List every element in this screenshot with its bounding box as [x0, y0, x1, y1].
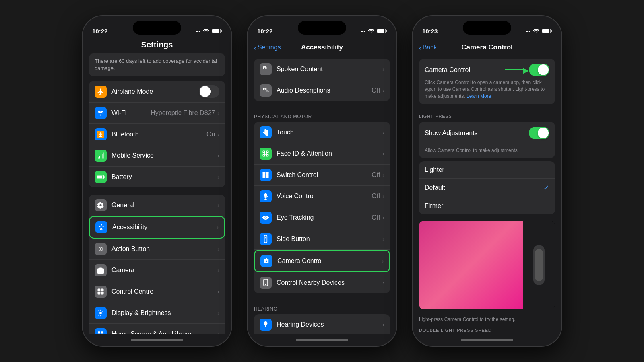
phone-2: 10:22 ••• ‹ Settings Accessibility — [248, 16, 396, 346]
preview-pink-panel — [419, 221, 523, 309]
side-button-chevron: › — [382, 236, 384, 242]
back-button-2[interactable]: ‹ Settings — [254, 43, 281, 52]
back-label-2: Settings — [258, 44, 281, 51]
svg-rect-46 — [263, 151, 265, 153]
option-firmer[interactable]: Firmer — [419, 197, 555, 214]
scroll-content-2[interactable]: Spoken Content › AD Audio Descriptions O… — [248, 59, 396, 334]
settings-item-faceid[interactable]: Face ID & Attention › — [254, 143, 390, 165]
settings-item-action-button[interactable]: Action Button › — [89, 239, 225, 260]
group-physical-motor: Touch › Face ID & Attention › Switch — [254, 122, 390, 293]
settings-item-switch-control[interactable]: Switch Control Off › — [254, 165, 390, 186]
svg-point-50 — [264, 153, 265, 154]
touch-chevron: › — [382, 129, 384, 136]
camera-control-chevron: › — [382, 258, 384, 264]
airplane-toggle[interactable] — [199, 85, 219, 98]
camera-control-toggle-label: Camera Control — [425, 66, 505, 74]
dots-icon: ••• — [195, 29, 200, 35]
settings-item-voice-control[interactable]: Voice Control Off › — [254, 186, 390, 207]
settings-item-bluetooth[interactable]: ⏫ Bluetooth On › — [89, 124, 225, 145]
svg-point-60 — [265, 217, 266, 218]
svg-rect-22 — [98, 332, 100, 334]
svg-rect-18 — [101, 289, 104, 292]
svg-point-63 — [266, 261, 268, 263]
back-button-3[interactable]: ‹ Back — [419, 43, 437, 52]
settings-item-hearing-devices[interactable]: Hearing Devices › — [254, 314, 390, 334]
learn-more-link[interactable]: Learn More — [466, 93, 491, 99]
side-button-label: Side Button — [277, 235, 382, 243]
home-indicator-3 — [413, 334, 561, 346]
general-label: General — [111, 202, 217, 209]
svg-rect-54 — [263, 175, 266, 178]
option-lighter-label: Lighter — [425, 166, 549, 173]
settings-item-side-button[interactable]: Side Button › — [254, 228, 390, 250]
option-default[interactable]: Default ✓ — [419, 179, 555, 197]
show-adjustments-toggle[interactable] — [529, 127, 549, 139]
nav-bar-row-3: ‹ Back Camera Control — [419, 40, 555, 55]
action-button-icon — [95, 243, 107, 255]
faceid-icon — [260, 148, 272, 160]
home-bar-3 — [461, 339, 513, 341]
display-label: Display & Brightness — [111, 309, 217, 317]
bluetooth-chevron: › — [217, 131, 219, 138]
settings-item-general[interactable]: General › — [89, 195, 225, 216]
svg-rect-83 — [551, 30, 552, 32]
camera-label: Camera — [111, 267, 217, 274]
settings-item-touch[interactable]: Touch › — [254, 122, 390, 143]
mobile-icon — [95, 150, 107, 162]
page-title-1: Settings — [89, 40, 225, 49]
svg-rect-6 — [99, 156, 100, 159]
settings-item-battery[interactable]: Battery › — [89, 167, 225, 187]
nav-bar-2: ‹ Settings Accessibility — [248, 38, 396, 59]
settings-item-home-screen[interactable]: Home Screen & App Library › — [89, 324, 225, 334]
control-centre-label: Control Centre — [111, 288, 217, 295]
faceid-chevron: › — [382, 150, 384, 157]
show-adjustments-label: Show Adjustments — [425, 130, 529, 137]
nearby-devices-icon — [260, 277, 272, 289]
settings-item-camera[interactable]: Camera › — [89, 260, 225, 281]
settings-item-eye-tracking[interactable]: Eye Tracking Off › — [254, 207, 390, 228]
svg-rect-11 — [97, 176, 102, 178]
settings-item-airplane[interactable]: Airplane Mode — [89, 81, 225, 103]
settings-item-camera-control[interactable]: Camera Control › — [254, 250, 390, 272]
status-time-2: 10:22 — [257, 28, 272, 35]
camera-control-icon — [260, 255, 272, 267]
battery-settings-icon — [95, 171, 107, 183]
faceid-label: Face ID & Attention — [277, 150, 382, 157]
touch-icon — [260, 126, 272, 138]
nav-title-3: Camera Control — [419, 43, 555, 51]
settings-group-connectivity: Airplane Mode Wi-Fi Hyperoptic Fibre D82… — [89, 81, 225, 187]
settings-item-audio-desc[interactable]: AD Audio Descriptions Off › — [254, 80, 390, 101]
preview-control-panel — [523, 221, 555, 309]
camera-control-toggle[interactable] — [529, 64, 549, 76]
svg-rect-52 — [263, 172, 266, 175]
light-press-label: LIGHT-PRESS — [419, 114, 452, 119]
settings-item-accessibility[interactable]: Accessibility › — [89, 216, 225, 239]
settings-item-nearby-devices[interactable]: Control Nearby Devices › — [254, 272, 390, 293]
settings-item-control-centre[interactable]: Control Centre › — [89, 281, 225, 302]
battery-label: Battery — [111, 173, 217, 181]
display-icon — [95, 307, 107, 319]
svg-rect-48 — [263, 154, 265, 156]
svg-rect-8 — [102, 154, 103, 159]
arrow-indicator: ▶ — [505, 69, 525, 70]
control-centre-chevron: › — [217, 288, 219, 295]
option-lighter[interactable]: Lighter — [419, 161, 555, 179]
svg-rect-5 — [98, 158, 99, 159]
audio-desc-icon: AD — [260, 84, 272, 97]
warning-text: There are 60 days left to add coverage f… — [95, 58, 219, 72]
camera-control-toggle-row: Camera Control ▶ — [425, 64, 549, 76]
warning-banner: There are 60 days left to add coverage f… — [89, 53, 225, 76]
settings-item-display[interactable]: Display & Brightness › — [89, 302, 225, 324]
action-button-chevron: › — [217, 246, 219, 252]
svg-rect-23 — [101, 332, 103, 334]
svg-rect-19 — [98, 292, 101, 295]
settings-item-mobile[interactable]: Mobile Service › — [89, 145, 225, 167]
scroll-content-1[interactable]: There are 60 days left to add coverage f… — [83, 53, 231, 334]
scroll-content-3[interactable]: Camera Control ▶ Click Camera Control to… — [413, 59, 561, 334]
settings-item-wifi[interactable]: Wi-Fi Hyperoptic Fibre D827 › — [89, 103, 225, 124]
settings-item-spoken-content[interactable]: Spoken Content › — [254, 59, 390, 80]
svg-point-56 — [264, 193, 267, 197]
svg-rect-20 — [101, 292, 104, 295]
switch-control-icon — [260, 169, 272, 181]
airplane-icon — [95, 86, 107, 98]
